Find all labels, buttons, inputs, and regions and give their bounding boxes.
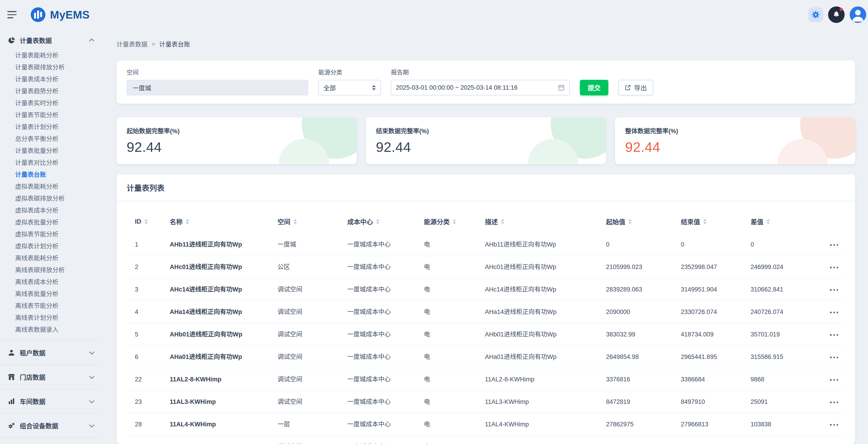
row-actions-ellipsis-button[interactable] [828, 309, 840, 316]
sidebar-item[interactable]: 计量表成本分析 [0, 73, 101, 85]
stat-card-end-integrity: 结束数据完整率(%) 92.44 [366, 118, 606, 164]
notifications-button[interactable] [828, 6, 845, 23]
row-actions-ellipsis-button[interactable] [828, 376, 840, 384]
column-header[interactable]: 空间 [274, 205, 344, 233]
row-actions-ellipsis-button[interactable] [828, 421, 840, 429]
energy-category-select[interactable]: 全部 [318, 80, 381, 95]
column-header[interactable]: 能源分类 [420, 205, 481, 233]
sidebar-group-label: 门店数据 [20, 373, 45, 382]
energy-category-field: 能源分类 全部 [318, 68, 381, 95]
row-actions-ellipsis-button[interactable] [828, 399, 840, 406]
settings-button[interactable] [808, 7, 823, 22]
sidebar-item[interactable]: 计量表批量分析 [0, 145, 101, 157]
sidebar-item[interactable]: 离线表碳排放分析 [0, 264, 101, 276]
chevron-down-icon [89, 350, 94, 355]
sidebar-item[interactable]: 虚拟表能耗分析 [0, 181, 101, 193]
breadcrumb-parent[interactable]: 计量表数据 [117, 39, 148, 49]
avatar-icon [850, 6, 866, 23]
row-actions-ellipsis-button[interactable] [828, 353, 840, 361]
cell-energy-category: 电 [420, 413, 481, 436]
sidebar-item[interactable]: 离线表节能分析 [0, 300, 101, 312]
brand-logo[interactable]: MyEMS [30, 7, 90, 23]
chevron-down-icon [89, 422, 94, 428]
cell-energy-category: 电 [420, 301, 481, 323]
cell-id: 6 [127, 346, 166, 368]
report-period-input[interactable]: 2025-03-01 00:00:00 ~ 2025-03-14 08:11:1… [391, 80, 570, 95]
sidebar-item[interactable]: 计量表节能分析 [0, 109, 101, 121]
cell-start-value: 2839289.063 [602, 278, 677, 301]
sidebar-item[interactable]: 总分表平衡分析 [0, 133, 101, 145]
sidebar-item[interactable]: 离线表能耗分析 [0, 252, 101, 264]
topbar: MyEMS [0, 0, 868, 29]
sidebar-item[interactable]: 计量表对比分析 [0, 157, 101, 169]
gears-icon [8, 422, 15, 429]
sidebar-item[interactable]: 计量表能耗分析 [0, 50, 101, 61]
row-actions-ellipsis-button[interactable] [828, 241, 840, 249]
cell-id: 3 [127, 278, 166, 301]
sidebar-item[interactable]: 虚拟表计划分析 [0, 240, 101, 252]
cell-start-value: 2090000 [602, 301, 677, 323]
sidebar-item[interactable]: 虚拟表批量分析 [0, 217, 101, 228]
cell-space: 调试空间 [274, 390, 344, 413]
row-actions-ellipsis-button[interactable] [828, 331, 840, 339]
sidebar-group-combined-equipment-data[interactable]: 组合设备数据 [0, 413, 101, 438]
column-header[interactable]: 成本中心 [344, 205, 420, 233]
cell-space: 调试空间 [274, 436, 344, 444]
sort-carets-icon [376, 219, 379, 224]
meter-list-card: 计量表列表 ID [117, 174, 855, 444]
table-row: 1 AHb11进线柜正向有功Wp 一度城 一度城成本中心 电 AHb11进线柜正… [127, 233, 845, 256]
sidebar-item[interactable]: 计量表趋势分析 [0, 85, 101, 97]
sidebar-item[interactable]: 计量表碳排放分析 [0, 61, 101, 73]
sidebar-item[interactable]: 离线表数据录入 [0, 324, 101, 336]
column-header[interactable]: 描述 [481, 205, 602, 233]
cell-end-value: 3149951.904 [677, 278, 747, 301]
topbar-actions [808, 6, 863, 23]
column-header[interactable]: 起始值 [602, 205, 677, 233]
column-header[interactable]: 名称 [166, 205, 274, 233]
cell-description: 11AL2-8-KWHimp [481, 368, 602, 390]
sidebar-item[interactable]: 计量表台账 [0, 169, 101, 181]
meter-table: ID 名称 空间 [127, 205, 845, 444]
stat-value: 92.44 [127, 139, 347, 155]
user-avatar[interactable] [850, 6, 866, 23]
column-header[interactable]: 结束值 [677, 205, 747, 233]
sidebar-section-meter-data[interactable]: 计量表数据 [0, 32, 101, 49]
cell-name: 11AL4-KWHimp [166, 413, 274, 436]
sidebar-group-tenant-data[interactable]: 租户数据 [0, 340, 101, 364]
column-header[interactable]: ID [127, 205, 166, 233]
cell-description: 11AL7-1-KWHimp [481, 436, 602, 444]
cell-actions [816, 323, 845, 346]
chevron-down-icon [89, 398, 94, 404]
cell-description: AHa01进线柜正向有功Wp [481, 346, 602, 368]
export-button[interactable]: 导出 [618, 80, 653, 95]
sidebar-item[interactable]: 计量表实时分析 [0, 97, 101, 109]
column-label: 起始值 [606, 217, 625, 226]
notification-dot [840, 8, 843, 11]
sidebar-item[interactable]: 虚拟表碳排放分析 [0, 193, 101, 204]
sidebar-item[interactable]: 离线表成本分析 [0, 276, 101, 288]
sidebar-section-label: 计量表数据 [20, 36, 52, 45]
cell-id: 4 [127, 301, 166, 323]
sidebar-item[interactable]: 离线表批量分析 [0, 288, 101, 300]
sidebar-group-shopfloor-data[interactable]: 车间数据 [0, 389, 101, 413]
sidebar-group-store-data[interactable]: 门店数据 [0, 364, 101, 389]
cell-name: 11AL7-1-KWHimp [166, 436, 274, 444]
sidebar-group-clipped[interactable] [0, 438, 101, 444]
column-header[interactable]: 差值 [747, 205, 816, 233]
sort-carets-icon [186, 219, 189, 224]
sidebar-item[interactable]: 计量表计划分析 [0, 121, 101, 133]
sort-carets-icon [501, 219, 504, 224]
cell-start-value: 0 [602, 233, 677, 256]
row-actions-ellipsis-button[interactable] [828, 286, 840, 294]
hamburger-menu-icon[interactable] [7, 8, 21, 22]
breadcrumb: 计量表数据 » 计量表台账 [117, 39, 855, 49]
sidebar-item[interactable]: 虚拟表成本分析 [0, 204, 101, 217]
space-input[interactable]: 一度城 [127, 80, 308, 95]
sidebar-item[interactable]: 虚拟表节能分析 [0, 228, 101, 240]
cell-space: 公区 [274, 256, 344, 278]
sidebar-item[interactable]: 离线表计划分析 [0, 312, 101, 324]
cell-space: 一度城 [274, 233, 344, 256]
submit-button[interactable]: 提交 [580, 80, 608, 95]
cell-end-value: 1832707 [677, 436, 747, 444]
row-actions-ellipsis-button[interactable] [828, 263, 840, 272]
